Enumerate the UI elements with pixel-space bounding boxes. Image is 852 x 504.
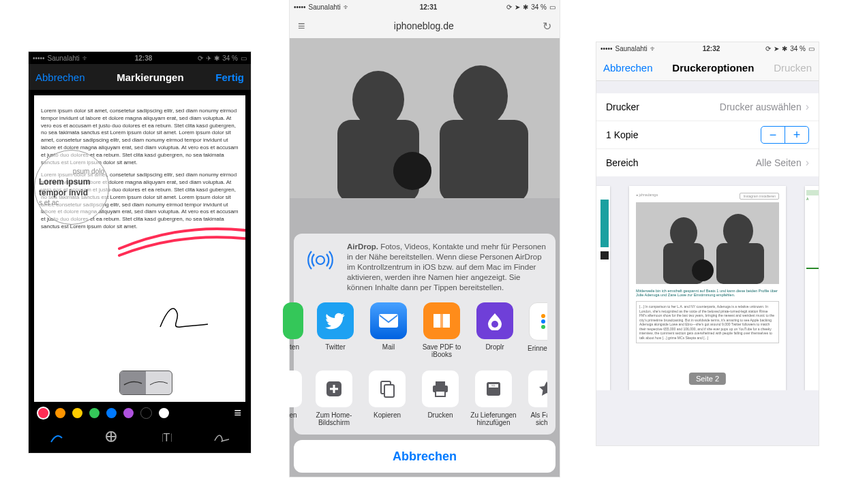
share-app-ibooks[interactable]: Save PDF to iBooks (418, 302, 466, 358)
share-action-print[interactable]: Drucken (416, 371, 464, 426)
share-sheet: AirDrop. Fotos, Videos, Kontakte und meh… (294, 234, 556, 473)
share-app-reminders[interactable]: Erinnerungen (524, 302, 547, 358)
svg-rect-10 (379, 314, 398, 328)
status-bar: •••••Saunalahtiᯤ 12:32 ⟳➤✱34 %▭ (596, 42, 819, 54)
svg-point-33 (723, 214, 753, 248)
preview-page-2[interactable]: ● johnadamgaInstagram installieren Mittl… (629, 186, 786, 390)
battery-icon: ▭ (549, 3, 556, 11)
svg-point-8 (393, 152, 431, 190)
magnifier-loupe[interactable]: psum dolo Lorem ipsum tempor invid s et … (34, 150, 109, 225)
battery-icon: ▭ (241, 54, 247, 62)
text-tool-icon[interactable]: ⸽T⸽ (159, 432, 173, 444)
chevron-right-icon: › (806, 157, 809, 169)
stroke-thickness-preview[interactable] (119, 371, 172, 395)
print-navbar: Abbrechen Druckeroptionen Drucken (596, 54, 819, 81)
preview-page-3[interactable]: A (805, 186, 819, 390)
share-action-favorite[interactable]: Als Favorit sichern (523, 371, 547, 426)
airdrop-icon (302, 242, 339, 279)
share-action-deliveries[interactable]: TO: Zu Lieferungen hinzufügen (470, 371, 517, 426)
pen-tool-icon[interactable] (49, 430, 64, 447)
svg-point-15 (541, 325, 545, 329)
svg-point-12 (491, 321, 498, 328)
svg-point-14 (541, 319, 545, 324)
color-picker-bar: ≡ (29, 402, 251, 424)
color-swatch-red[interactable] (38, 408, 48, 418)
location-icon: ➤ (515, 3, 520, 11)
cancel-button[interactable]: Abbrechen (603, 62, 653, 74)
share-action-copy[interactable]: Kopieren (363, 371, 411, 426)
color-swatch-green[interactable] (89, 408, 100, 418)
svg-point-9 (316, 256, 324, 264)
share-app-partial[interactable]: ten (283, 302, 306, 358)
preview-page-1[interactable] (596, 186, 610, 390)
svg-rect-26 (436, 391, 445, 396)
wifi-icon: ᯤ (344, 3, 350, 11)
status-bar: •••••Saunalahtiᯤ 12:31 ⟳➤✱34 %▭ (290, 0, 560, 14)
color-swatch-white[interactable] (159, 408, 169, 418)
color-swatch-blue[interactable] (106, 408, 117, 418)
preview-blurb: [...] In comparison to her L.A. and NY c… (636, 301, 779, 343)
svg-point-35 (692, 259, 714, 281)
signature-tool-icon[interactable] (213, 430, 230, 447)
print-options-screen: •••••Saunalahtiᯤ 12:32 ⟳➤✱34 %▭ Abbreche… (596, 42, 819, 445)
page-title: Druckeroptionen (672, 62, 754, 74)
color-swatch-orange[interactable] (55, 408, 65, 418)
airdrop-section[interactable]: AirDrop. Fotos, Videos, Kontakte und meh… (302, 242, 547, 293)
markup-navbar: Abbrechen Markierungen Fertig (29, 64, 251, 90)
safari-toolbar: ≡ iphoneblog.de ↻ (290, 14, 560, 38)
svg-point-13 (541, 314, 545, 318)
svg-rect-7 (440, 120, 528, 198)
share-action-partial[interactable]: en (282, 371, 305, 426)
wifi-icon: ᯤ (82, 54, 89, 62)
svg-rect-23 (384, 385, 394, 397)
reader-icon[interactable]: ≡ (298, 19, 305, 33)
share-actions-row[interactable]: en Zum Home-Bildschirm Kopieren Drucken … (282, 371, 547, 426)
stepper-plus[interactable]: + (785, 127, 808, 143)
wifi-icon: ᯤ (650, 45, 657, 52)
magnifier-tool-icon[interactable] (104, 430, 119, 447)
preview-caption: Mittlerweile bin ich ernsthaft gespannt … (636, 289, 779, 297)
share-action-home[interactable]: Zum Home-Bildschirm (310, 371, 358, 426)
svg-text:TO:: TO: (491, 384, 496, 388)
menu-icon[interactable]: ≡ (234, 406, 241, 420)
status-time: 12:38 (135, 54, 153, 62)
status-time: 12:31 (420, 3, 438, 11)
page-previews[interactable]: ● johnadamgaInstagram installieren Mittl… (596, 176, 819, 390)
status-time: 12:32 (703, 45, 720, 52)
svg-rect-24 (436, 381, 445, 385)
page-title: Markierungen (117, 72, 183, 83)
printer-row[interactable]: Drucker Drucker auswählen› (596, 93, 819, 121)
airdrop-description: AirDrop. Fotos, Videos, Kontakte und meh… (347, 242, 547, 293)
share-app-twitter[interactable]: Twitter (311, 302, 359, 358)
color-swatch-black[interactable] (140, 407, 152, 419)
signature-annotation[interactable] (157, 300, 211, 334)
share-app-droplr[interactable]: Droplr (471, 302, 519, 358)
copies-row: 1 Kopie − + (596, 121, 819, 149)
stepper-minus[interactable]: − (761, 127, 785, 143)
svg-point-4 (352, 71, 404, 128)
page-number-badge: Seite 2 (689, 373, 726, 385)
color-swatch-purple[interactable] (123, 408, 134, 418)
color-swatch-yellow[interactable] (72, 408, 82, 418)
share-app-mail[interactable]: Mail (365, 302, 412, 358)
url-field[interactable]: iphoneblog.de (394, 20, 454, 31)
markup-toolbar: ⸽T⸽ (29, 424, 251, 452)
webpage-hero-image (290, 38, 560, 198)
document-canvas[interactable]: Lorem ipsum dolor sit amet, consetetur s… (34, 95, 245, 402)
markup-screen: •••••Saunalahtiᯤ 12:38 ⟳✈︎✱34 %▭ Abbrech… (29, 52, 251, 453)
svg-point-6 (453, 65, 508, 127)
svg-rect-11 (440, 314, 443, 328)
svg-rect-34 (716, 243, 764, 284)
cancel-button[interactable]: Abbrechen (35, 72, 85, 83)
share-sheet-screen: •••••Saunalahtiᯤ 12:31 ⟳➤✱34 %▭ ≡ iphone… (290, 0, 560, 477)
status-bar: •••••Saunalahtiᯤ 12:38 ⟳✈︎✱34 %▭ (29, 52, 251, 64)
range-row[interactable]: Bereich Alle Seiten› (596, 149, 819, 176)
share-apps-row[interactable]: ten Twitter Mail (282, 302, 547, 358)
cancel-button[interactable]: Abbrechen (294, 440, 556, 473)
done-button[interactable]: Fertig (215, 72, 244, 83)
copies-stepper[interactable]: − + (761, 126, 809, 144)
reload-icon[interactable]: ↻ (543, 20, 551, 33)
battery-icon: ▭ (808, 45, 815, 52)
chevron-right-icon: › (806, 101, 809, 113)
print-button[interactable]: Drucken (774, 62, 812, 74)
